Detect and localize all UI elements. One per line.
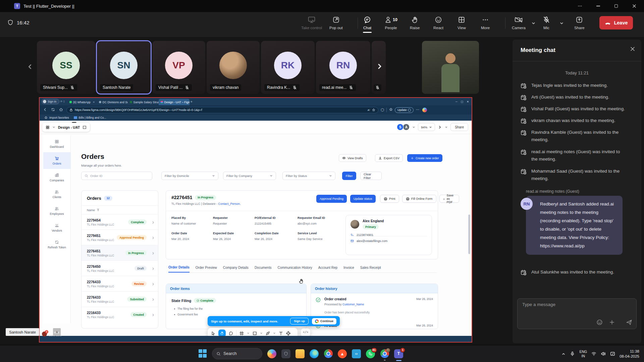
video-tile-camera-on[interactable] xyxy=(422,41,479,94)
update-status-button[interactable]: Update status xyxy=(350,195,376,203)
tab-order-details[interactable]: Order Details xyxy=(168,265,190,273)
titlebar-more-icon[interactable] xyxy=(572,0,588,12)
emoji-icon[interactable] xyxy=(596,319,603,325)
browser-tab-whatsapp[interactable]: (6) WhatsApp✕ xyxy=(67,99,97,105)
view-button[interactable]: View xyxy=(458,16,466,30)
layout-icon[interactable] xyxy=(83,125,87,129)
chat-button[interactable]: Chat xyxy=(363,16,371,30)
canvas-scrollbar[interactable] xyxy=(468,215,470,254)
minimize-button[interactable] xyxy=(590,0,606,12)
print-button[interactable]: Print xyxy=(380,195,399,203)
order-row[interactable]: 2279451TL Flex Holdings LLCApproval Pend… xyxy=(82,230,158,245)
chevron-down-icon[interactable] xyxy=(273,332,276,335)
chevron-down-icon[interactable] xyxy=(412,126,415,129)
browser-menu-icon[interactable] xyxy=(414,108,422,113)
order-row-selected[interactable]: 2276451TL Flex Holdings LLCIn Progress› xyxy=(82,245,158,260)
leave-button[interactable]: Leave xyxy=(599,16,633,29)
tab-invoice[interactable]: Invoice xyxy=(343,266,354,272)
hand-tool-icon-active[interactable] xyxy=(218,329,226,336)
mic-button[interactable]: Mic xyxy=(543,16,550,30)
chevron-down-icon[interactable] xyxy=(52,126,55,129)
sidebar-item-dashboard[interactable]: Dashboard xyxy=(43,135,70,152)
browser-update-button[interactable]: Update xyxy=(395,107,414,113)
more-button[interactable]: More xyxy=(481,16,490,30)
comment-tool-icon[interactable] xyxy=(229,331,233,336)
order-row[interactable]: 2276450TL Flex Holdings LLCDraft› xyxy=(82,260,158,276)
chrome-profile-icon[interactable] xyxy=(380,349,389,358)
collaborator-avatar[interactable]: A xyxy=(403,124,410,130)
tiles-scroll-right-icon[interactable] xyxy=(376,62,384,70)
tab-order-preview[interactable]: Order Preview xyxy=(196,266,217,272)
chat-input-box[interactable] xyxy=(517,298,637,329)
teams-taskbar-icon[interactable]: T1 xyxy=(394,349,403,358)
brave-icon[interactable]: ▲ xyxy=(338,349,347,358)
video-tile[interactable]: vikram chavan xyxy=(207,41,260,94)
dev-mode-toggle-icon[interactable]: </> xyxy=(301,328,310,336)
sidebar-item-orders[interactable]: Orders xyxy=(43,152,70,169)
sidebar-item-companies[interactable]: Companies xyxy=(43,169,70,186)
figma-menu-icon[interactable] xyxy=(46,125,50,129)
bookmark-star-icon[interactable] xyxy=(372,108,375,112)
share-screen-button[interactable]: Share xyxy=(574,16,585,30)
extensions-icon[interactable]: ⬡ xyxy=(378,108,386,112)
start-button[interactable] xyxy=(199,349,207,358)
bookmark-bills[interactable]: Bills | Billing and Co... xyxy=(74,116,106,119)
frame-tool-icon[interactable] xyxy=(239,331,244,336)
volume-icon[interactable] xyxy=(601,351,606,356)
video-tile[interactable]: RK Ravindra K... xyxy=(261,41,315,94)
move-tool-icon[interactable] xyxy=(211,331,215,336)
camera-button[interactable]: Camera xyxy=(512,16,526,30)
vscode-icon[interactable]: ‹› xyxy=(352,349,361,358)
order-row[interactable]: 2216433TL Flex Holdings LLCCreated› xyxy=(82,307,158,322)
filter-button[interactable]: Filter xyxy=(342,172,356,180)
browser-tab-dc[interactable]: DC Divisions and Surroundings✕ xyxy=(97,99,128,105)
shape-tool-icon[interactable] xyxy=(253,331,257,336)
tiles-scroll-left-icon[interactable] xyxy=(26,63,34,70)
taskbar-search[interactable]: Search xyxy=(212,348,262,359)
new-tab-icon[interactable]: + xyxy=(191,100,193,104)
tray-chevron-icon[interactable] xyxy=(561,352,566,356)
home-icon[interactable] xyxy=(57,108,65,113)
browser-extension-icon[interactable]: ⟳ xyxy=(60,100,62,103)
tab-company-details[interactable]: Company Details xyxy=(223,266,249,272)
sign-up-button[interactable]: Sign up xyxy=(290,318,309,324)
browser-tab-excel[interactable]: Sample Salary Structure with calc✕ xyxy=(128,99,159,105)
pop-out-button[interactable]: Pop out xyxy=(329,16,343,30)
chevron-down-icon[interactable] xyxy=(260,332,263,335)
camera-chevron-icon[interactable] xyxy=(531,21,536,27)
order-row[interactable]: 2279454TL Flex Holdings LLCComplete› xyxy=(82,214,158,230)
react-button[interactable]: React xyxy=(433,16,443,30)
filter-status-select[interactable]: Filter by Status xyxy=(282,172,335,180)
maximize-button[interactable] xyxy=(608,0,624,12)
approval-pending-button[interactable]: Approval Pending xyxy=(316,195,347,203)
chat-message-input[interactable] xyxy=(522,302,630,307)
chrome-icon[interactable] xyxy=(324,349,333,358)
chat-close-icon[interactable] xyxy=(630,46,635,53)
sort-arrow-icon[interactable] xyxy=(97,208,100,212)
mic-chevron-icon[interactable] xyxy=(559,21,564,27)
send-icon[interactable] xyxy=(626,319,632,325)
sidebar-item-vendors[interactable]: Vendors xyxy=(43,219,70,236)
taskbar-clock[interactable]: 11:3808-04-2025 xyxy=(620,349,639,359)
fill-online-form-button[interactable]: Fill Online Form xyxy=(402,195,436,203)
address-bar[interactable]: https://www.figma.com/design/9BKQ0FOHRWa… xyxy=(66,107,378,113)
back-icon[interactable] xyxy=(41,108,49,113)
filter-domicile-select[interactable]: Filter by Domicile xyxy=(161,172,218,180)
customer-name-link[interactable]: Customer_Name xyxy=(342,303,364,306)
video-tile-active-speaker[interactable]: SN Santosh Narate xyxy=(97,41,151,94)
edge-icon[interactable] xyxy=(310,349,319,358)
pen-tool-icon[interactable] xyxy=(266,331,270,336)
bookmark-import[interactable]: Import favorites xyxy=(44,116,69,119)
sidebar-item-refresh-token[interactable]: Refresh Token xyxy=(43,236,70,253)
browser-tab-figma-active[interactable]: Design - UAT – Figma✕ xyxy=(159,99,190,105)
contact-email[interactable]: alex@vstatefilings.com xyxy=(357,239,387,243)
zoom-control[interactable]: 94% xyxy=(418,123,435,131)
pen-touch-icon[interactable] xyxy=(610,351,615,356)
favorites-icon[interactable] xyxy=(387,108,395,112)
export-csv-button[interactable]: Export CSV xyxy=(375,154,403,162)
copilot-taskbar-icon[interactable] xyxy=(267,349,276,358)
browser-signin-button[interactable]: Sign in xyxy=(42,99,59,104)
tab-account-rep[interactable]: Account Rep xyxy=(318,266,337,272)
browser-minimize-icon[interactable]: ─ xyxy=(455,100,458,103)
figma-share-button[interactable]: Share xyxy=(450,123,468,131)
